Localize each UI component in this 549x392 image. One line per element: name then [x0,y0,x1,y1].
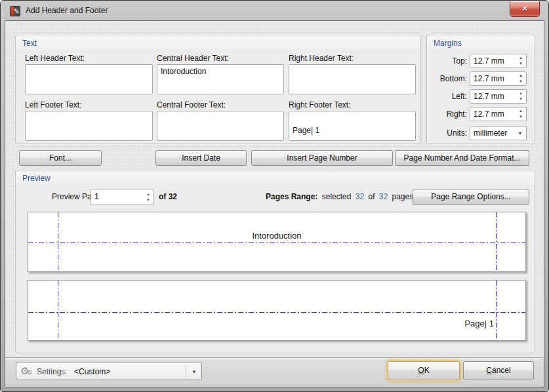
units-row: Units: millimeter ▼ [427,126,535,140]
margin-right-label: Right: [427,109,467,119]
right-footer-input[interactable]: Page| 1 [289,111,416,141]
preview-page-bottom: Page| 1 [28,280,526,341]
spin-down-icon[interactable]: ▼ [518,96,524,102]
ok-label-rest: K [424,366,430,375]
spin-down-icon[interactable]: ▼ [518,61,524,67]
spin-up-icon[interactable]: ▲ [145,191,152,197]
margin-bottom-spinner[interactable]: 12.7 mm ▲ ▼ [470,71,527,86]
page-range-options-button[interactable]: Page Range Options... [413,189,529,205]
text-group-label: Text [22,39,37,48]
spin-up-icon[interactable]: ▲ [518,90,524,96]
left-header-input[interactable] [25,64,153,94]
chevron-down-icon: ▼ [518,130,523,136]
app-icon: ✎ [10,6,20,16]
of-total-pages: of 32 [159,192,177,201]
margin-bottom-label: Bottom: [427,74,467,83]
central-footer-input[interactable] [157,111,284,141]
left-margin-guide [58,212,58,271]
cancel-button[interactable]: Cancel [463,361,534,380]
insert-page-number-button[interactable]: Insert Page Number [251,150,393,166]
pages-range-status: Pages Range: selected 32 of 32 pages [266,192,415,201]
spin-down-icon[interactable]: ▼ [518,79,524,85]
right-header-label: Right Header Text: [289,54,354,63]
cancel-label-rest: ancel [492,366,511,375]
spinner-arrows-icon[interactable]: ▲ ▼ [518,90,524,102]
margin-bottom-row: Bottom: 12.7 mm ▲ ▼ [427,71,535,86]
left-footer-input[interactable] [25,111,153,141]
settings-dropdown-arrow[interactable]: ▼ [186,364,201,378]
right-margin-guide [496,212,497,271]
spinner-arrows-icon[interactable]: ▲ ▼ [145,191,152,203]
range-total: 32 [379,192,388,201]
pages-range-label: Pages Range: [266,192,317,201]
spin-up-icon[interactable]: ▲ [518,55,524,61]
titlebar[interactable]: ✎ Add Header and Footer ✕ [1,1,548,20]
of-word: of [159,192,166,201]
ok-label-initial: O [418,366,424,375]
margin-left-spinner[interactable]: 12.7 mm ▲ ▼ [470,89,527,104]
right-margin-guide [496,281,497,340]
settings-value: <Custom> [74,367,110,376]
spin-up-icon[interactable]: ▲ [518,108,524,114]
preview-page-spinner[interactable]: 1 ▲ ▼ [91,189,154,205]
preview-page-value: 1 [94,192,99,201]
ok-button[interactable]: OK [388,361,460,380]
gear-small-icon: ⚙ [27,369,32,376]
pencil-icon: ✎ [14,7,20,16]
margin-left-label: Left: [427,92,467,101]
margin-left-value: 12.7 mm [474,92,504,101]
right-footer-label: Right Footer Text: [289,100,351,109]
dialog-add-header-footer: ✎ Add Header and Footer ✕ Text Left Head… [0,0,549,392]
spinner-arrows-icon[interactable]: ▲ ▼ [518,73,524,85]
font-button[interactable]: Font... [19,150,102,166]
margin-top-value: 12.7 mm [474,56,504,66]
central-header-input[interactable]: Intoroduction [157,64,284,94]
insert-date-button[interactable]: Insert Date [155,150,247,166]
central-footer-label: Central Footer Text: [157,100,226,109]
right-footer-value: Page| 1 [293,126,412,135]
margins-group: Margins Top: 12.7 mm ▲ ▼ Bottom: 12.7 mm… [426,35,535,144]
margin-top-label: Top: [427,56,467,66]
selected-word: selected [322,192,352,201]
page-number-date-format-button[interactable]: Page Number And Date Format... [395,150,529,166]
margin-right-value: 12.7 mm [474,109,504,119]
spin-up-icon[interactable]: ▲ [518,73,524,79]
pages-word: pages [392,192,414,201]
total-pages: 32 [169,192,177,201]
spinner-arrows-icon[interactable]: ▲ ▼ [518,108,524,120]
dialog-title: Add Header and Footer [26,6,108,15]
cancel-label-initial: C [486,366,492,375]
margin-right-row: Right: 12.7 mm ▲ ▼ [427,107,535,121]
central-header-value: Intoroduction [161,67,280,76]
left-margin-guide [58,281,58,340]
units-value: millimeter [474,128,507,138]
dialog-body: Text Left Header Text: Central Header Te… [5,20,544,387]
spin-down-icon[interactable]: ▼ [145,197,152,203]
close-button[interactable]: ✕ [510,1,540,17]
margin-top-spinner[interactable]: 12.7 mm ▲ ▼ [470,54,527,68]
margin-right-spinner[interactable]: 12.7 mm ▲ ▼ [470,107,527,121]
chevron-down-icon: ▼ [192,369,197,375]
footer-margin-guide [28,312,525,313]
margin-top-row: Top: 12.7 mm ▲ ▼ [427,54,535,68]
preview-header-text: Intoroduction [28,231,525,241]
preview-group: Preview Preview Page 1 ▲ ▼ of 32 Pages R… [15,170,535,353]
units-label: Units: [427,128,467,138]
spinner-arrows-icon[interactable]: ▲ ▼ [518,55,524,67]
selected-count: 32 [356,192,364,201]
left-footer-label: Left Footer Text: [25,100,82,109]
margins-group-label: Margins [434,39,462,48]
spin-down-icon[interactable]: ▼ [518,114,524,120]
right-header-input[interactable] [289,64,416,94]
preview-page-top: Intoroduction [28,212,526,272]
units-dropdown[interactable]: millimeter ▼ [470,126,527,140]
margin-bottom-value: 12.7 mm [474,74,504,83]
settings-label: Settings: [37,367,68,376]
close-icon: ✕ [521,4,528,13]
central-header-label: Central Header Text: [157,54,229,63]
margin-left-row: Left: 12.7 mm ▲ ▼ [427,89,535,104]
footer-bar: ⚙ ⚙ Settings: <Custom> ▼ OK Cancel [5,357,544,387]
left-header-label: Left Header Text: [25,54,85,63]
preview-group-label: Preview [22,174,51,183]
settings-dropdown[interactable]: ⚙ ⚙ Settings: <Custom> ▼ [16,362,202,380]
